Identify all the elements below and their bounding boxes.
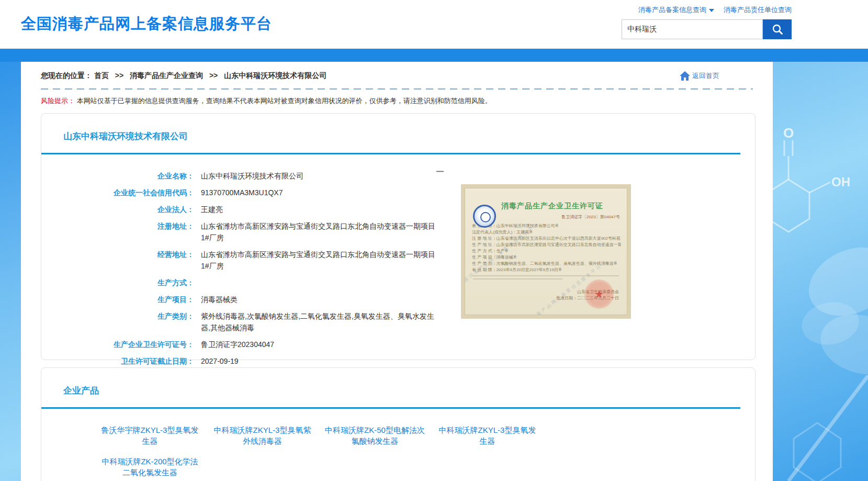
chevron-down-icon (709, 9, 714, 12)
svg-text:O: O (783, 125, 794, 141)
product-link[interactable]: 中科瑞沃牌ZKYL-3型臭氧发生器 (431, 424, 544, 446)
nav-link-responsible-unit-query[interactable]: 消毒产品责任单位查询 (724, 5, 792, 15)
page-title: 全国消毒产品网上备案信息服务平台 (21, 14, 272, 35)
field-label: 企业统一社会信用代码： (41, 187, 194, 198)
field-value: 王建亮 (201, 204, 223, 215)
main-content: 您现在的位置： 首页 >> 消毒产品生产企业查询 >> 山东中科瑞沃环境技术有限… (21, 62, 773, 481)
field-row-production-category: 生产类别： 紫外线消毒器,次氯酸钠发生器,二氧化氯发生器,臭氧发生器、臭氧水发生… (41, 310, 755, 333)
field-value: 2027-09-19 (201, 355, 239, 367)
search-input[interactable] (622, 19, 763, 39)
background-molecule-art: O OH (773, 62, 868, 481)
field-value: 山东省潍坊市高新区潍安路与宝通街交叉路口东北角自动变速器一期项目1#厂房 (201, 249, 442, 272)
seal-star: ★ (594, 288, 604, 300)
certificate-footnote-line (473, 278, 562, 279)
field-label: 经营地址： (41, 249, 194, 272)
field-label: 企业法人： (41, 204, 194, 215)
field-label: 注册地址： (41, 220, 194, 243)
products-grid: 鲁沃华宇牌ZKYL-3型臭氧发生器 中科瑞沃牌ZKYL-3型臭氧紫外线消毒器 中… (41, 409, 755, 478)
field-row-production-method: 生产方式： (41, 277, 755, 288)
hygiene-license-certificate-image: 全国消毒产品网上备案信息服务平台 全国消毒产品网上备案信息服务平台 消毒产品生产… (461, 184, 631, 319)
image-placeholder-dash: — (436, 167, 444, 175)
company-card-title: 山东中科瑞沃环境技术有限公司 (41, 114, 755, 153)
field-value: 山东省潍坊市高新区潍安路与宝通街交叉路口东北角自动变速器一期项目1#厂房 (201, 220, 442, 243)
product-link[interactable]: 中科瑞沃牌ZK-200型化学法二氧化氯发生器 (94, 456, 206, 478)
field-value: 91370700MA3M3U1QX7 (201, 187, 283, 198)
product-link[interactable]: 中科瑞沃牌ZK-50型电解法次氯酸钠发生器 (319, 424, 431, 446)
field-value: 鲁卫消证字202304047 (201, 339, 274, 350)
nav-link-responsible-unit-query-label: 消毒产品责任单位查询 (724, 6, 792, 14)
field-row-credit-code: 企业统一社会信用代码： 91370700MA3M3U1QX7 (41, 187, 755, 198)
search-icon (771, 23, 784, 36)
breadcrumb-separator: >> (209, 71, 218, 80)
field-label: 卫生许可证截止日期： (41, 355, 194, 367)
field-label: 生产企业卫生许可证号： (41, 339, 194, 350)
field-row-license-expiry: 卫生许可证截止日期： 2027-09-19 (41, 355, 755, 367)
page-background: O OH 您现在的位置： 首页 >> 消毒产品生产企业查询 >> 山东中科瑞沃环… (0, 62, 868, 481)
field-label: 生产类别： (41, 310, 194, 333)
search-box (582, 19, 792, 39)
product-link[interactable]: 鲁沃华宇牌ZKYL-3型臭氧发生器 (94, 424, 206, 446)
products-card-title: 企业产品 (41, 368, 755, 407)
field-value: 紫外线消毒器,次氯酸钠发生器,二氧化氯发生器,臭氧发生器、臭氧水发生器,其他器械… (201, 310, 442, 333)
certificate-emblem-icon (473, 205, 496, 228)
header-tools: 消毒产品备案信息查询 消毒产品责任单位查询 (582, 5, 792, 39)
search-button[interactable] (763, 19, 792, 39)
field-label: 生产项目： (41, 294, 194, 305)
company-info-card: 山东中科瑞沃环境技术有限公司 企业名称： 山东中科瑞沃环境技术有限公司 企业统一… (41, 113, 756, 360)
field-row-company-name: 企业名称： 山东中科瑞沃环境技术有限公司 (41, 170, 755, 182)
field-row-business-address: 经营地址： 山东省潍坊市高新区潍安路与宝通街交叉路口东北角自动变速器一期项目1#… (41, 249, 755, 272)
risk-notice-label: 风险提示： (41, 97, 75, 105)
header-accent-bar (0, 49, 868, 62)
certificate-line: 法定代表人(或负责人)：王建亮※ (472, 229, 621, 236)
product-link[interactable]: 中科瑞沃牌ZKYL-3型臭氧紫外线消毒器 (206, 424, 319, 446)
field-row-production-project: 生产项目： 消毒器械类 (41, 294, 755, 305)
breadcrumb-row: 您现在的位置： 首页 >> 消毒产品生产企业查询 >> 山东中科瑞沃环境技术有限… (21, 62, 773, 81)
nav-link-record-info-query[interactable]: 消毒产品备案信息查询 (638, 5, 714, 15)
home-icon (679, 71, 691, 81)
breadcrumb-prefix: 您现在的位置： (41, 71, 92, 80)
field-row-registered-address: 注册地址： 山东省潍坊市高新区潍安路与宝通街交叉路口东北角自动变速器一期项目1#… (41, 220, 755, 243)
breadcrumb-current: 山东中科瑞沃环境技术有限公司 (224, 71, 326, 80)
field-value: 消毒器械类 (201, 294, 238, 305)
back-home-label: 返回首页 (692, 71, 719, 81)
svg-text:OH: OH (831, 175, 850, 189)
certificate-line: 生 产 地 址：山东省潍坊市高新区潍安路与宝通街交叉路口东北角自动变速器一期项目 (472, 242, 621, 248)
risk-notice: 风险提示： 本网站仅基于已掌握的信息提供查询服务，查询结果不代表本网站对被查询对… (21, 90, 773, 106)
back-home-link[interactable]: 返回首页 (679, 71, 719, 81)
breadcrumb: 您现在的位置： 首页 >> 消毒产品生产企业查询 >> 山东中科瑞沃环境技术有限… (41, 71, 326, 81)
certificate-footnote-line (473, 275, 619, 276)
breadcrumb-separator: >> (115, 71, 123, 80)
field-row-legal-person: 企业法人： 王建亮 (41, 204, 755, 215)
certificate-line: 注 册 地 址：山东省潍坊高新区玉清东街以北中心次干道以西高新大厦902号科苑 (472, 236, 621, 242)
field-row-license-number: 生产企业卫生许可证号： 鲁卫消证字202304047 (41, 339, 755, 350)
company-fields: 企业名称： 山东中科瑞沃环境技术有限公司 企业统一社会信用代码： 9137070… (41, 154, 755, 367)
app-header: 全国消毒产品网上备案信息服务平台 消毒产品备案信息查询 消毒产品责任单位查询 (0, 0, 868, 49)
field-label: 生产方式： (41, 277, 194, 288)
red-seal-icon: ★ (584, 279, 614, 309)
risk-notice-text: 本网站仅基于已掌握的信息提供查询服务，查询结果不代表本网站对被查询对象信用状况的… (77, 97, 492, 105)
nav-link-record-info-query-label: 消毒产品备案信息查询 (638, 6, 706, 14)
breadcrumb-link-enterprise-query[interactable]: 消毒产品生产企业查询 (130, 71, 203, 80)
header-nav: 消毒产品备案信息查询 消毒产品责任单位查询 (582, 5, 792, 15)
field-value: 山东中科瑞沃环境技术有限公司 (201, 170, 303, 182)
company-products-card: 企业产品 鲁沃华宇牌ZKYL-3型臭氧发生器 中科瑞沃牌ZKYL-3型臭氧紫外线… (41, 367, 756, 481)
field-label: 企业名称： (41, 170, 194, 182)
certificate-line: 单 位 名 称：山东中科瑞沃环境技术有限公司※ (472, 223, 621, 229)
breadcrumb-link-home[interactable]: 首页 (94, 71, 109, 80)
